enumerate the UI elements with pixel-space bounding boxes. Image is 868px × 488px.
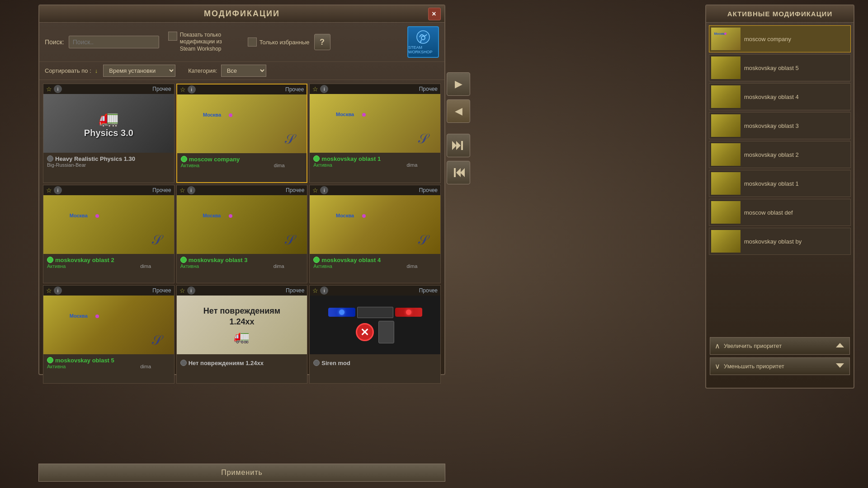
info-icon[interactable]: i xyxy=(54,85,62,93)
mod-status-oblast-1: Активна xyxy=(313,162,332,168)
active-mod-name-oblast-4: moskovskay oblast 4 xyxy=(744,94,799,100)
info-icon-5[interactable]: i xyxy=(187,186,195,194)
map-swirl-icon-5: 𝒮 xyxy=(284,232,294,248)
mod-card-footer-oblast-3: moskovskay oblast 3 Активна dima xyxy=(177,254,307,271)
mod-card-oblast-1[interactable]: ☆ i Прочее Москва 𝒮 moskovskay oblast 1 xyxy=(309,84,441,183)
svg-rect-5 xyxy=(454,168,456,177)
active-mod-item-oblast-1[interactable]: moskovskay oblast 1 xyxy=(709,170,851,197)
star-icon-6[interactable]: ☆ xyxy=(312,187,318,194)
steam-only-checkbox[interactable] xyxy=(168,32,177,41)
mod-card-top-bar-2: ☆ i Прочее xyxy=(177,84,307,94)
active-mod-item-oblast-3[interactable]: moskovskay oblast 3 xyxy=(709,112,851,139)
map-swirl-icon-7: 𝒮 xyxy=(151,333,161,348)
sort-select[interactable]: Время установки xyxy=(103,65,175,77)
active-mod-item-oblast-2[interactable]: moskovskay oblast 2 xyxy=(709,141,851,168)
active-mod-item-oblast-by[interactable]: moskovskay oblast by xyxy=(709,228,851,255)
mod-card-no-damage[interactable]: ☆ i Прочее Нет повреждениям1.24хх 🚛 Нет … xyxy=(176,285,308,384)
info-icon-7[interactable]: i xyxy=(54,286,62,295)
star-icon[interactable]: ☆ xyxy=(46,85,52,93)
active-mod-thumb-oblast-def xyxy=(711,201,741,224)
sort-arrow-icon: ↓ xyxy=(95,67,98,74)
star-icon-3[interactable]: ☆ xyxy=(312,85,318,93)
favorites-checkbox[interactable] xyxy=(248,38,257,47)
mod-name-oblast-4: moskovskay oblast 4 xyxy=(321,257,381,263)
map-dot-5 xyxy=(229,214,232,218)
active-mod-thumb-moscow-company: Москва xyxy=(711,28,741,50)
star-icon-8[interactable]: ☆ xyxy=(179,287,185,294)
move-left-button[interactable]: ◀ xyxy=(447,99,470,123)
modal-title-bar: МОДИФИКАЦИИ × xyxy=(39,5,444,23)
mod-card-moscow-company[interactable]: ☆ i Прочее Москва 𝒮 moscow company xyxy=(176,84,308,183)
active-mod-item-oblast-5[interactable]: moskovskay oblast 5 xyxy=(709,54,851,81)
mod-card-oblast-4[interactable]: ☆ i Прочее Москва 𝒮 moskovskay oblast 4 xyxy=(309,185,441,283)
steam-workshop-button[interactable]: STEAM WORKSHOP xyxy=(407,26,439,58)
map-dot xyxy=(229,113,232,117)
favorites-label: Только избранные xyxy=(259,39,310,46)
status-dot-oblast-3 xyxy=(180,257,187,263)
info-icon-8[interactable]: i xyxy=(187,286,195,295)
priority-down-icon: ∨ xyxy=(715,362,720,371)
mod-author-oblast-5: dima xyxy=(140,364,151,369)
mod-name-siren: Siren mod xyxy=(321,360,350,366)
search-input[interactable] xyxy=(69,36,159,48)
star-icon-7[interactable]: ☆ xyxy=(46,287,52,294)
help-button[interactable]: ? xyxy=(314,34,330,50)
decrease-priority-button[interactable]: ∨ Уменьшить приоритет xyxy=(710,357,850,375)
mod-card-img-siren xyxy=(310,296,440,354)
svg-rect-4 xyxy=(461,141,463,150)
active-mods-title: АКТИВНЫЕ МОДИФИКАЦИИ xyxy=(706,5,854,23)
category-select[interactable]: Все xyxy=(221,65,266,77)
mod-card-footer-physics: Heavy Realistic Physics 1.30 Big-Russian… xyxy=(43,153,174,170)
mod-card-oblast-3[interactable]: ☆ i Прочее Москва 𝒮 moskovskay oblast 3 xyxy=(176,185,308,283)
mod-card-oblast-2[interactable]: ☆ i Прочее Москва 𝒮 moskovskay oblast 2 xyxy=(43,185,175,283)
star-icon-9[interactable]: ☆ xyxy=(312,287,318,294)
apply-button[interactable]: Применить xyxy=(38,464,445,482)
mod-status-oblast-5: Активна xyxy=(47,364,66,369)
mod-card-footer-oblast-1: moskovskay oblast 1 Активна dima xyxy=(310,153,440,170)
mod-card-siren[interactable]: ☆ i Прочее xyxy=(309,285,441,384)
mod-name-oblast-3: moskovskay oblast 3 xyxy=(189,257,248,263)
map-swirl-icon-3: 𝒮 xyxy=(418,131,427,147)
mod-card-img-oblast-3: Москва 𝒮 xyxy=(177,195,307,254)
active-mod-thumb-oblast-4 xyxy=(711,85,741,108)
mod-card-footer-oblast-4: moskovskay oblast 4 Активна dima xyxy=(310,254,440,271)
info-icon-2[interactable]: i xyxy=(188,85,196,94)
active-mod-item-oblast-def[interactable]: moscow oblast def xyxy=(709,199,851,226)
down-chevron-icon xyxy=(835,361,845,372)
arrow-panel: ▶ ◀ xyxy=(447,72,470,184)
star-icon-5[interactable]: ☆ xyxy=(179,187,185,194)
close-button[interactable]: × xyxy=(428,8,441,20)
mod-card-heavy-physics[interactable]: ☆ i Прочее 🚛 Physics 3.0 Heavy Real xyxy=(43,84,175,183)
status-dot-physics xyxy=(47,155,53,162)
star-icon-4[interactable]: ☆ xyxy=(46,187,52,194)
star-icon-2[interactable]: ☆ xyxy=(180,86,186,93)
map-moscow-label-3: Москва xyxy=(336,112,354,117)
status-dot-moscow-company xyxy=(181,156,187,162)
active-mod-thumb-oblast-by xyxy=(711,230,741,253)
status-dot-oblast-5 xyxy=(47,357,53,363)
mod-name-physics: Heavy Realistic Physics 1.30 xyxy=(55,155,135,162)
mod-card-oblast-5[interactable]: ☆ i Прочее Москва 𝒮 moskovskay oblast 5 xyxy=(43,285,175,384)
category-label-card2: Прочее xyxy=(285,86,304,93)
move-all-left-button[interactable] xyxy=(447,161,470,184)
move-all-right-button[interactable] xyxy=(447,134,470,157)
info-icon-4[interactable]: i xyxy=(54,186,62,194)
active-mod-name-oblast-by: moskovskay oblast by xyxy=(744,238,802,245)
info-icon-3[interactable]: i xyxy=(320,85,328,93)
mod-card-top-bar-4: ☆ i Прочее xyxy=(43,185,174,195)
info-icon-9[interactable]: i xyxy=(320,286,328,295)
mods-modal: МОДИФИКАЦИИ × Поиск: Показать только мод… xyxy=(38,5,445,375)
mod-name-moscow-company: moscow company xyxy=(189,156,240,163)
mod-card-footer-oblast-5: moskovskay oblast 5 Активна dima xyxy=(43,354,174,371)
mod-card-footer-moscow-company: moscow company Активна dima xyxy=(177,153,307,170)
map-dot-7 xyxy=(95,314,99,318)
priority-section: ∧ Увеличить приоритет ∨ Уменьшить приори… xyxy=(706,333,854,379)
mod-name-oblast-1: moskovskay oblast 1 xyxy=(321,155,381,162)
info-icon-6[interactable]: i xyxy=(320,186,328,194)
mod-name-oblast-5: moskovskay oblast 5 xyxy=(55,357,114,364)
move-right-button[interactable]: ▶ xyxy=(447,72,470,96)
increase-priority-button[interactable]: ∧ Увеличить приоритет xyxy=(710,337,850,355)
active-mod-item-moscow-company[interactable]: Москва moscow company xyxy=(709,25,851,52)
svg-point-0 xyxy=(417,31,429,43)
active-mod-item-oblast-4[interactable]: moskovskay oblast 4 xyxy=(709,83,851,110)
